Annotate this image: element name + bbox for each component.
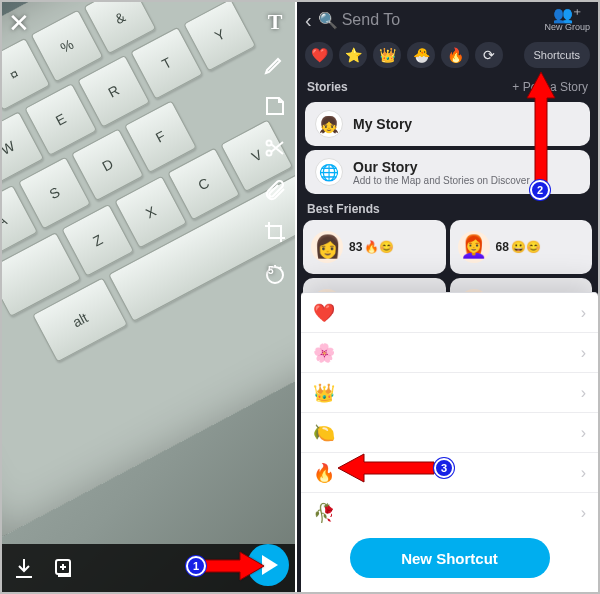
avatar: 👩 bbox=[311, 231, 343, 263]
timer-value: 5 bbox=[268, 265, 274, 276]
avatar: 👩‍🦰 bbox=[458, 231, 490, 263]
shortcut-emoji: ❤️ bbox=[313, 302, 335, 324]
step-badge-1: 1 bbox=[186, 556, 206, 576]
annotation-arrow-2 bbox=[523, 68, 559, 192]
chevron-right-icon: › bbox=[581, 464, 586, 482]
chevron-right-icon: › bbox=[581, 344, 586, 362]
new-group-button[interactable]: 👥⁺ New Group bbox=[544, 8, 590, 32]
svg-marker-5 bbox=[527, 72, 555, 182]
shortcut-emoji: 🔥 bbox=[313, 462, 335, 484]
chip-heart[interactable]: ❤️ bbox=[305, 42, 333, 68]
annotation-arrow-1 bbox=[200, 548, 270, 588]
chip-crown[interactable]: 👑 bbox=[373, 42, 401, 68]
chevron-right-icon: › bbox=[581, 304, 586, 322]
captured-photo: @ # ¤ % & Q W E R T Y A S D F bbox=[2, 2, 297, 537]
chip-refresh[interactable]: ⟳ bbox=[475, 42, 503, 68]
svg-marker-4 bbox=[202, 552, 264, 580]
story-subtitle: Add to the Map and Stories on Discover bbox=[353, 175, 530, 186]
best-friends-section-label: Best Friends bbox=[307, 202, 380, 216]
svg-marker-6 bbox=[338, 454, 434, 482]
back-button-icon[interactable]: ‹ bbox=[305, 9, 312, 32]
story-title: Our Story bbox=[353, 159, 530, 175]
annotation-arrow-3 bbox=[334, 450, 440, 490]
new-shortcut-button[interactable]: New Shortcut bbox=[350, 538, 550, 578]
chevron-right-icon: › bbox=[581, 504, 586, 522]
stories-section-label: Stories bbox=[307, 80, 348, 94]
shortcut-row-crown[interactable]: 👑 › bbox=[301, 373, 598, 413]
shortcut-row-lemon[interactable]: 🍋 › bbox=[301, 413, 598, 453]
avatar: 👧 bbox=[315, 110, 343, 138]
paperclip-tool-icon[interactable] bbox=[261, 176, 289, 204]
shortcuts-chip[interactable]: Shortcuts bbox=[524, 42, 590, 68]
send-to-search[interactable]: 🔍 Send To bbox=[318, 11, 539, 30]
new-group-label: New Group bbox=[544, 22, 590, 32]
chevron-right-icon: › bbox=[581, 424, 586, 442]
sticker-tool-icon[interactable] bbox=[261, 92, 289, 120]
close-icon[interactable]: ✕ bbox=[8, 8, 30, 39]
avatar: 🌐 bbox=[315, 158, 343, 186]
shortcut-row-rose[interactable]: 🥀 › bbox=[301, 493, 598, 530]
chip-fire[interactable]: 🔥 bbox=[441, 42, 469, 68]
chevron-right-icon: › bbox=[581, 384, 586, 402]
shortcut-emoji: 🍋 bbox=[313, 422, 335, 444]
snap-editor-screen: @ # ¤ % & Q W E R T Y A S D F bbox=[2, 2, 297, 592]
step-badge-2: 2 bbox=[530, 180, 550, 200]
shortcut-emoji: 🥀 bbox=[313, 502, 335, 524]
new-shortcut-label: New Shortcut bbox=[401, 550, 498, 567]
shortcut-row-blossom[interactable]: 🌸 › bbox=[301, 333, 598, 373]
step-badge-3: 3 bbox=[434, 458, 454, 478]
shortcut-emoji: 🌸 bbox=[313, 342, 335, 364]
story-title: My Story bbox=[353, 116, 412, 132]
chip-star[interactable]: ⭐ bbox=[339, 42, 367, 68]
best-friend-card[interactable]: 👩 83🔥😊 bbox=[303, 220, 446, 274]
timer-tool-icon[interactable]: 5 bbox=[261, 260, 289, 288]
crop-tool-icon[interactable] bbox=[261, 218, 289, 246]
search-placeholder: Send To bbox=[342, 11, 400, 29]
best-friend-card[interactable]: 👩‍🦰 68😀😊 bbox=[450, 220, 593, 274]
shortcut-emoji: 👑 bbox=[313, 382, 335, 404]
text-tool-icon[interactable]: T bbox=[261, 8, 289, 36]
search-icon: 🔍 bbox=[318, 11, 338, 30]
new-group-icon: 👥⁺ bbox=[553, 8, 581, 22]
shortcut-picker-sheet: ❤️ › 🌸 › 👑 › 🍋 › 🔥 › bbox=[301, 292, 598, 592]
save-icon[interactable] bbox=[12, 556, 36, 580]
chip-chick[interactable]: 🐣 bbox=[407, 42, 435, 68]
scissors-tool-icon[interactable] bbox=[261, 134, 289, 162]
add-story-icon[interactable] bbox=[52, 556, 76, 580]
shortcut-row-heart[interactable]: ❤️ › bbox=[301, 293, 598, 333]
pencil-tool-icon[interactable] bbox=[261, 50, 289, 78]
